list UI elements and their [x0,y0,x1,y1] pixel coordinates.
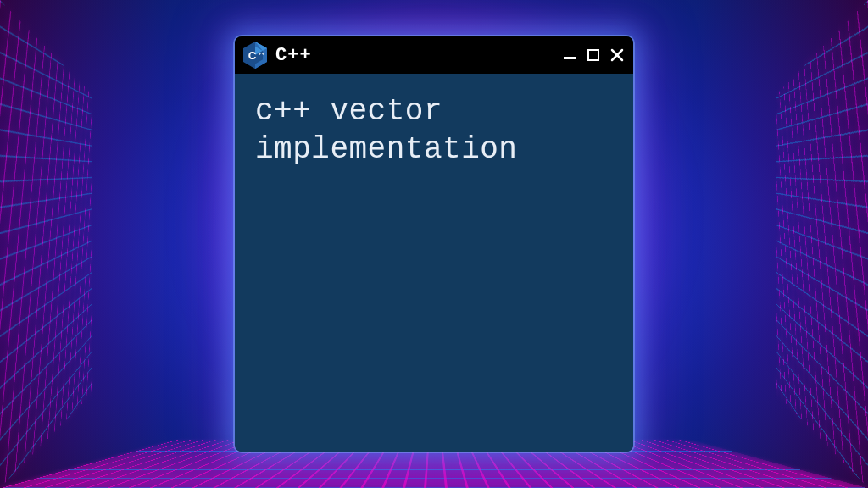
window-controls [562,47,625,63]
right-wall-grid [776,0,868,488]
minimize-button[interactable] [562,47,577,63]
svg-text:C: C [248,49,257,62]
maximize-icon [587,49,599,61]
minimize-icon [564,57,576,59]
close-icon [610,48,624,62]
svg-text:+: + [259,51,261,56]
cpp-logo-icon: C + + [243,42,267,69]
close-button[interactable] [609,47,625,63]
window-title: C++ [275,45,554,66]
svg-text:+: + [262,51,264,56]
console-content[interactable]: c++ vector implementation [235,74,633,452]
window-titlebar[interactable]: C + + C++ [235,36,633,74]
console-window: C + + C++ c++ vector implementation [235,36,633,452]
maximize-button[interactable] [586,47,601,63]
left-wall-grid [0,0,92,488]
